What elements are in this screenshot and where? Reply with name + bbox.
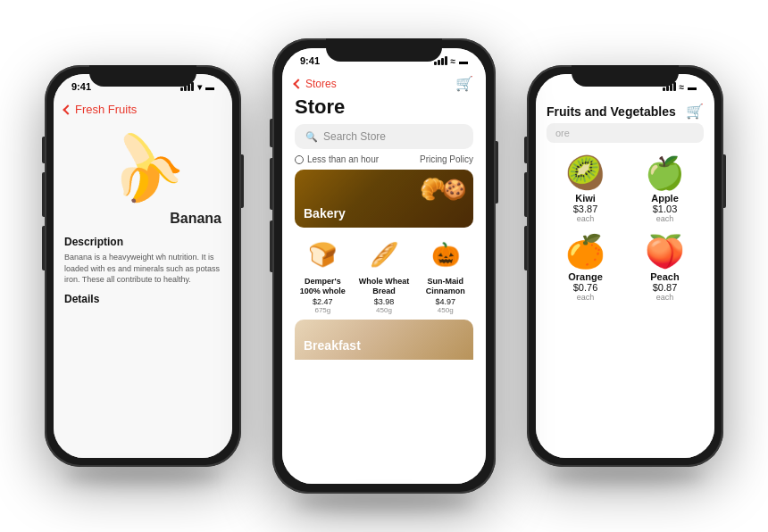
peach-price: $0.87 (653, 282, 678, 293)
fruit-item-orange[interactable]: 🍊 Orange $0.76 each (547, 230, 624, 307)
product-img-2: 🎃 (428, 235, 463, 275)
bakery-muffin-deco: 🍪 (442, 179, 466, 202)
phone-left: 9:41 ▾ ▬ Fresh Fruit (45, 65, 241, 467)
product-card-1[interactable]: 🥖 Whole Wheat Bread $3.98 450g (356, 235, 413, 314)
scene: 9:41 ▾ ▬ Fresh Fruit (0, 0, 768, 532)
orange-price: $0.76 (573, 282, 598, 293)
product-name-2: Sun-Maid Cinnamon (417, 277, 473, 296)
wifi-icon-center: ≈ (451, 56, 456, 66)
delivery-time: Less than an hour (307, 154, 379, 164)
clock-icon (295, 155, 304, 164)
search-placeholder-right: ore (555, 128, 570, 138)
desc-text: Banana is a heavyweight wh nutrition. It… (64, 252, 221, 286)
apple-emoji: 🍏 (645, 157, 685, 189)
fruit-item-peach[interactable]: 🍑 Peach $0.87 each (626, 230, 704, 307)
bakery-label: Bakery (304, 206, 346, 220)
store-title: Store (282, 94, 486, 124)
battery-right: ▬ (688, 82, 697, 92)
phone-right: 9:41 ≈ ▬ Fruits and Vegetables (527, 65, 723, 467)
product-price-2: $4.97 (435, 297, 455, 306)
product-weight-2: 450g (438, 306, 454, 314)
product-weight-1: 450g (376, 306, 392, 314)
apple-name: Apple (651, 193, 679, 204)
screen-right: 9:41 ≈ ▬ Fruits and Vegetables (536, 74, 714, 458)
product-price-1: $3.98 (374, 297, 395, 306)
notch-left (89, 65, 196, 87)
banana-emoji: 🍌 (94, 118, 192, 213)
kiwi-emoji: 🥝 (565, 157, 605, 189)
nav-right: Fruits and Vegetables 🛒 (536, 94, 714, 123)
screen-left: 9:41 ▾ ▬ Fresh Fruit (54, 74, 232, 458)
notch-center (326, 38, 442, 62)
product-img-0: 🍞 (305, 235, 340, 275)
cart-icon-center[interactable]: 🛒 (455, 75, 473, 92)
kiwi-unit: each (577, 214, 595, 223)
search-placeholder-center: Search Store (323, 130, 386, 143)
fruits-grid: 🥝 Kiwi $3.87 each 🍏 Apple $1.03 each 🍊 O… (536, 148, 714, 311)
apple-price: $1.03 (653, 204, 678, 214)
orange-unit: each (577, 293, 595, 302)
product-weight-0: 675g (314, 306, 330, 314)
product-price-0: $2.47 (313, 297, 333, 306)
back-label-center: Stores (305, 78, 337, 90)
back-chevron-left (63, 104, 72, 114)
product-name-left: Banana (54, 211, 232, 230)
peach-emoji: 🍑 (645, 236, 685, 268)
pricing-link[interactable]: Pricing Policy (420, 154, 473, 164)
peach-name: Peach (650, 271, 679, 282)
orange-emoji: 🍊 (565, 236, 605, 268)
back-chevron-center (293, 79, 303, 88)
phone-center: 9:41 ≈ ▬ (272, 38, 496, 494)
product-img-1: 🥖 (366, 235, 402, 275)
search-bar-right[interactable]: ore (547, 123, 704, 143)
search-bar-center[interactable]: 🔍 Search Store (295, 124, 473, 149)
bakery-section[interactable]: Bakery 🥐 🍪 (295, 170, 473, 228)
back-stores[interactable]: Stores (295, 78, 337, 90)
back-label-left: Fresh Fruits (75, 103, 137, 116)
cart-icon-right[interactable]: 🛒 (686, 103, 704, 120)
wifi-icon-left: ▾ (197, 82, 202, 92)
banana-container: 🍌 (54, 120, 232, 211)
breakfast-label: Breakfast (304, 338, 361, 353)
nav-left[interactable]: Fresh Fruits (54, 94, 232, 120)
search-icon-center: 🔍 (305, 131, 318, 143)
description-section: Description Banana is a heavyweight wh n… (54, 230, 232, 458)
product-name-0: Demper's 100% whole (295, 277, 351, 296)
kiwi-price: $3.87 (573, 204, 598, 214)
fruit-item-apple[interactable]: 🍏 Apple $1.03 each (626, 152, 704, 229)
nav-center: Stores 🛒 (282, 68, 486, 94)
details-title: Details (64, 293, 221, 305)
breakfast-section[interactable]: Breakfast (295, 320, 473, 360)
wifi-icon-right: ≈ (680, 82, 685, 92)
battery-center: ▬ (459, 56, 468, 66)
product-card-2[interactable]: 🎃 Sun-Maid Cinnamon $4.97 450g (417, 235, 473, 314)
section-title-right: Fruits and Vegetables (547, 104, 676, 119)
time-left: 9:41 (71, 81, 91, 92)
time-center: 9:41 (300, 55, 320, 66)
battery-left: ▬ (205, 82, 214, 92)
fruit-item-kiwi[interactable]: 🥝 Kiwi $3.87 each (547, 152, 624, 229)
screen-center: 9:41 ≈ ▬ (282, 48, 486, 484)
apple-unit: each (656, 214, 674, 223)
delivery-row: Less than an hour Pricing Policy (282, 154, 486, 170)
notch-right (572, 65, 679, 87)
desc-title: Description (64, 236, 221, 248)
product-card-0[interactable]: 🍞 Demper's 100% whole $2.47 675g (295, 235, 351, 314)
product-name-1: Whole Wheat Bread (356, 277, 413, 296)
orange-name: Orange (568, 271, 603, 282)
products-row: 🍞 Demper's 100% whole $2.47 675g 🥖 Whole… (282, 235, 486, 320)
kiwi-name: Kiwi (575, 193, 596, 204)
peach-unit: each (656, 293, 674, 302)
